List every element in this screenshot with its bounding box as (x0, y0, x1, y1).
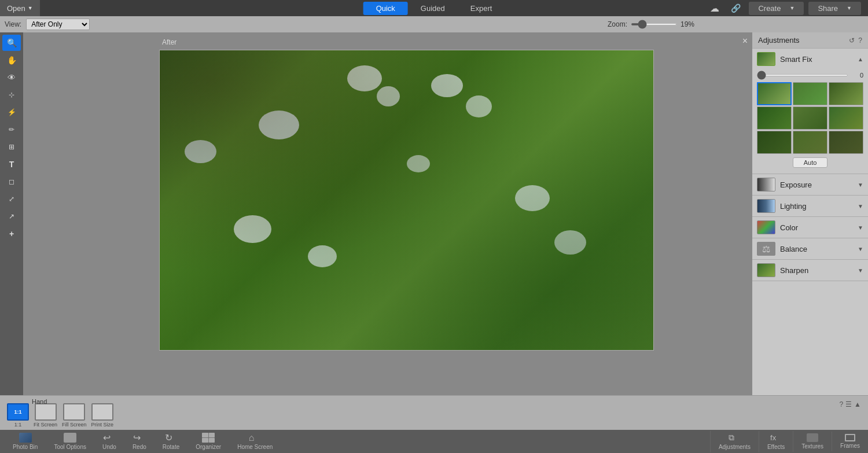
open-button[interactable]: Open ▼ (0, 0, 40, 16)
undo-icon: ↩ (103, 433, 116, 443)
sharpen-label: Sharpen (780, 266, 853, 275)
zoom-area: Zoom: 19% (608, 20, 694, 28)
balance-header[interactable]: ⚖ Balance ▼ (752, 238, 868, 259)
adjustments-icon: ⧉ (729, 433, 740, 443)
auto-button[interactable]: Auto (793, 157, 828, 168)
expand-icon[interactable]: ▲ (854, 400, 861, 408)
redo-icon: ↪ (133, 433, 146, 443)
btn-label-fill: Fill Screen (62, 422, 87, 428)
taskbar-rotate[interactable]: ↻ Rotate (155, 432, 187, 451)
photo-bin-label: Photo Bin (13, 444, 38, 450)
taskbar-frames[interactable]: Frames (832, 432, 868, 451)
tab-expert[interactable]: Expert (458, 2, 505, 15)
tool-hand[interactable]: ✋ (2, 52, 21, 68)
thumb-7[interactable] (757, 131, 792, 154)
photo-bin-icon (19, 433, 32, 443)
photo-canvas[interactable] (160, 50, 653, 350)
create-button[interactable]: Create ▼ (749, 2, 804, 15)
tool-crop[interactable]: ⊹ (2, 87, 21, 103)
open-label: Open (7, 4, 25, 13)
bottom-right-icons: ? ☰ ▲ (839, 400, 861, 408)
btn-icon-1-1: 1:1 (7, 403, 29, 421)
smart-fix-content: 0 Auto (752, 69, 868, 174)
thumb-2[interactable] (793, 82, 827, 105)
thumb-5[interactable] (793, 106, 827, 130)
btn-label-fit: Fit Screen (34, 422, 57, 428)
lighting-label: Lighting (780, 202, 853, 211)
btn-icon-fit (35, 403, 57, 421)
zoom-value: 19% (681, 20, 694, 28)
smart-fix-thumbs (757, 82, 863, 154)
section-sharpen: Sharpen ▼ (752, 260, 868, 281)
taskbar-textures[interactable]: Textures (793, 431, 832, 452)
tool-eraser[interactable]: ◻ (2, 174, 21, 190)
restore-icon[interactable]: ↺ (849, 36, 855, 45)
btn-icon-print (91, 403, 113, 421)
thumb-9[interactable] (829, 131, 863, 154)
tab-guided[interactable]: Guided (408, 2, 458, 15)
thumb-4[interactable] (757, 106, 792, 130)
smart-fix-slider[interactable] (757, 74, 848, 76)
tool-select[interactable]: ↗ (2, 208, 21, 224)
redo-label: Redo (133, 444, 146, 450)
tool-adjust[interactable]: ⚡ (2, 104, 21, 120)
lighting-icon (757, 199, 775, 213)
share-button[interactable]: Share ▼ (808, 2, 861, 15)
exposure-header[interactable]: Exposure ▼ (752, 174, 868, 195)
adj-header-icons: ↺ ? (849, 36, 862, 45)
lighting-chevron: ▼ (858, 203, 863, 209)
taskbar-photo-bin[interactable]: Photo Bin (5, 432, 46, 451)
taskbar-undo[interactable]: ↩ Undo (94, 432, 124, 451)
tool-text[interactable]: T (2, 156, 21, 172)
lighting-header[interactable]: Lighting ▼ (752, 196, 868, 216)
taskbar-tool-options[interactable]: Tool Options (46, 432, 94, 451)
taskbar-redo[interactable]: ↪ Redo (124, 432, 155, 451)
taskbar-organizer[interactable]: Organizer (187, 432, 229, 451)
tool-add[interactable]: + (2, 226, 21, 242)
rotate-icon: ↻ (165, 433, 178, 443)
zoom-slider[interactable] (631, 23, 677, 25)
tool-eye[interactable]: 👁 (2, 69, 21, 86)
btn-label-print: Print Size (91, 422, 114, 428)
view-select[interactable]: After Only (26, 19, 90, 30)
thumb-6[interactable] (829, 106, 863, 130)
view-btn-print[interactable]: Print Size (91, 403, 114, 428)
thumb-3[interactable] (829, 82, 863, 105)
second-bar: View: After Only Zoom: 19% (0, 16, 868, 32)
tool-transform[interactable]: ⤢ (2, 191, 21, 207)
sharpen-chevron: ▼ (858, 267, 863, 274)
right-panel: Adjustments ↺ ? Smart Fix ▲ 0 (752, 32, 868, 395)
list-icon[interactable]: ☰ (845, 400, 852, 408)
tool-zoom[interactable]: 🔍 (2, 35, 21, 51)
canvas-close-button[interactable]: × (742, 36, 748, 46)
zoom-label: Zoom: (608, 20, 627, 28)
tool-brush[interactable]: ✏ (2, 121, 21, 138)
section-smart-fix: Smart Fix ▲ 0 (752, 49, 868, 174)
view-btn-fit[interactable]: Fit Screen (34, 403, 57, 428)
taskbar-home[interactable]: ⌂ Home Screen (229, 432, 281, 451)
taskbar-effects[interactable]: fx Effects (759, 431, 793, 452)
link-icon[interactable]: 🔗 (727, 2, 744, 14)
tab-quick[interactable]: Quick (363, 2, 408, 15)
view-btn-fill[interactable]: Fill Screen (62, 403, 87, 428)
help-icon[interactable]: ? (858, 36, 862, 45)
tool-options-icon (64, 433, 76, 443)
color-header[interactable]: Color ▼ (752, 217, 868, 238)
thumb-8[interactable] (793, 131, 827, 154)
hand-label: Hand (32, 398, 47, 405)
organizer-icon (202, 433, 215, 443)
view-label: View: (5, 20, 21, 28)
taskbar-adjustments[interactable]: ⧉ Adjustments (710, 431, 759, 452)
exposure-icon (757, 178, 775, 191)
color-label: Color (780, 223, 853, 232)
cloud-icon[interactable]: ☁ (707, 2, 723, 15)
view-btn-1-1[interactable]: 1:1 1:1 (7, 403, 29, 428)
sharpen-header[interactable]: Sharpen ▼ (752, 260, 868, 281)
smart-fix-header[interactable]: Smart Fix ▲ (752, 49, 868, 69)
effects-icon: fx (770, 433, 782, 443)
thumb-1[interactable] (757, 82, 792, 105)
open-chevron: ▼ (28, 5, 33, 11)
help-circle-icon[interactable]: ? (839, 400, 843, 408)
color-icon (757, 220, 775, 234)
tool-clone[interactable]: ⊞ (2, 139, 21, 155)
